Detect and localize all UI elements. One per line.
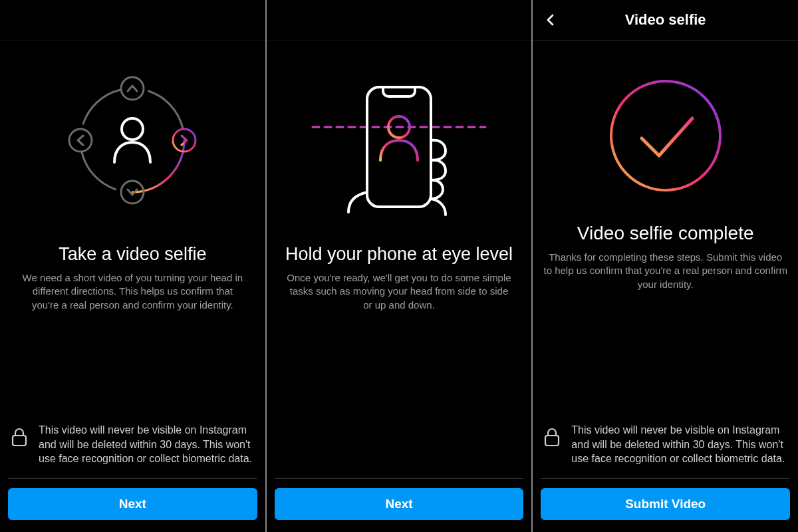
divider [541,478,790,479]
svg-point-5 [122,118,143,140]
three-panel-container: Take a video selfie We need a short vide… [0,0,798,532]
illustration-rotate-head [0,41,265,240]
chevron-left-icon [545,14,557,26]
onboarding-panel-1: Take a video selfie We need a short vide… [0,0,265,532]
checkmark-icon [599,69,732,202]
svg-rect-6 [13,436,26,446]
onboarding-panel-2: Hold your phone at eye level Once you're… [265,0,532,532]
panel-body: We need a short video of you turning you… [0,271,265,312]
panel-heading: Hold your phone at eye level [275,244,523,265]
privacy-note: This video will never be visible on Inst… [0,423,265,466]
header-title: Video selfie [625,11,706,29]
svg-point-2 [69,129,92,152]
header-spacer [267,0,532,41]
svg-rect-11 [545,436,559,446]
lock-icon [11,427,28,447]
privacy-note: This video will never be visible on Inst… [533,423,798,466]
rotate-head-icon [49,57,215,223]
svg-rect-8 [367,87,431,207]
back-button[interactable] [542,11,559,29]
submit-video-button[interactable]: Submit Video [541,488,790,520]
privacy-text: This video will never be visible on Inst… [571,423,786,466]
next-button[interactable]: Next [275,488,524,520]
header-spacer [0,0,265,41]
next-button[interactable]: Next [8,488,257,520]
phone-selfie-icon [293,61,505,220]
illustration-phone-eye-level [267,41,532,240]
illustration-complete [533,53,798,219]
header-bar: Video selfie [533,0,798,41]
panel-body: Thanks for completing these steps. Submi… [533,251,798,291]
onboarding-panel-3: Video selfie Video s [531,0,798,532]
panel-heading: Video selfie complete [567,223,765,244]
panel-heading: Take a video selfie [48,244,217,265]
divider [275,478,524,479]
panel-body: Once you're ready, we'll get you to do s… [267,271,532,312]
divider [8,478,257,479]
lock-icon [543,427,561,447]
privacy-text: This video will never be visible on Inst… [39,423,253,466]
svg-point-10 [611,81,720,190]
